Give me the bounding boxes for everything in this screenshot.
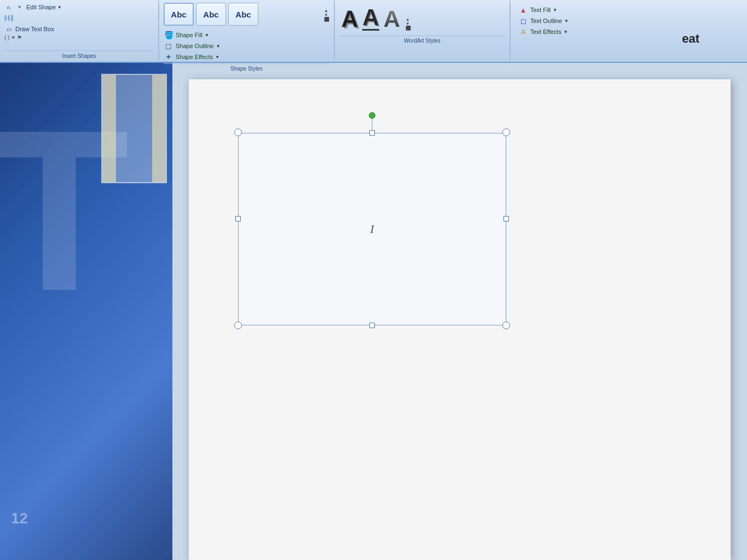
wordart-scroll-buttons: ▲ ▼ ⬛	[406, 18, 411, 31]
edit-shape-icon: ⎌	[4, 3, 13, 11]
abc-buttons-area: Abc Abc Abc ▲ ▼ ⬛	[164, 3, 329, 28]
sidebar-curtain-left	[102, 75, 116, 182]
handle-top-center[interactable]	[369, 130, 375, 136]
abc-label-1: Abc	[171, 10, 186, 19]
draw-text-box-button[interactable]: Draw Text Box	[15, 26, 54, 32]
handle-bottom-left[interactable]	[234, 322, 242, 329]
eat-label: eat	[682, 32, 699, 46]
shape-effects-row: ✦ Shape Effects ▼	[164, 52, 329, 62]
wordart-a3: A	[384, 8, 400, 31]
shape-outline-icon: ◻	[164, 41, 173, 51]
handle-bottom-center[interactable]	[369, 323, 375, 328]
main-canvas[interactable]: I	[172, 63, 747, 560]
text-cursor: I	[370, 222, 374, 236]
abc-label-3: Abc	[235, 10, 251, 19]
shape-fill-row: 🪣 Shape Fill ▼	[164, 30, 329, 40]
extra-icons-row: ( ) ✦ ⚑	[4, 34, 154, 40]
shape-options: 🪣 Shape Fill ▼ ◻ Shape Outline ▼ ✦ Shape…	[164, 30, 329, 62]
shape-fill-arrow: ▼	[205, 33, 209, 38]
shape-body[interactable]: I	[238, 133, 506, 325]
text-fill-icon: ▲	[518, 5, 528, 15]
shape-outline-label: Shape Outline	[176, 43, 214, 49]
shape-effects-arrow: ▼	[215, 55, 219, 60]
rotate-handle[interactable]	[369, 112, 375, 119]
insert-shapes-section: ⎌ ⌖ Edit Shape ▼ ▭ Draw Text Box ( ) ✦ ⚑	[0, 0, 159, 62]
sidebar-window	[101, 74, 167, 183]
shape-fill-label: Shape Fill	[176, 32, 202, 38]
abc-label-2: Abc	[203, 10, 218, 19]
text-fill-arrow: ▼	[553, 8, 557, 13]
text-effects-icon: A	[518, 27, 528, 37]
abc-button-3[interactable]: Abc	[228, 3, 258, 26]
shape-effects-label: Shape Effects	[176, 54, 213, 60]
shape-outline-row: ◻ Shape Outline ▼	[164, 41, 329, 51]
wordart-a1: A	[341, 8, 358, 31]
document-page: I	[189, 79, 731, 560]
shape-outline-arrow: ▼	[216, 44, 221, 49]
text-outline-row: ◻ Text Outline ▼	[518, 16, 739, 26]
edit-shape-button[interactable]: Edit Shape ▼	[26, 4, 62, 10]
wordart-letters-container: A A A ▲ ▼ ⬛	[339, 3, 505, 34]
wordart-scroll-more[interactable]: ⬛	[406, 26, 411, 31]
wordart-a2: A	[362, 6, 379, 31]
text-options-col: ▲ Text Fill ▼ ◻ Text Outline ▼ A Text Ef…	[515, 3, 743, 39]
abc-button-2[interactable]: Abc	[196, 3, 226, 26]
shape-fill-icon: 🪣	[164, 30, 173, 40]
shape-icons-row	[4, 14, 13, 22]
text-outline-icon: ◻	[518, 16, 528, 26]
shape-effects-icon: ✦	[164, 52, 173, 62]
scroll-more-button[interactable]: ⬛	[324, 18, 329, 22]
wordart-styles-label: WordArt Styles	[339, 36, 505, 44]
sidebar-bottom-text: 12	[11, 510, 28, 527]
selected-shape-container[interactable]: I	[238, 112, 506, 325]
handle-middle-left[interactable]	[235, 216, 241, 221]
abc-button-1[interactable]: Abc	[164, 3, 194, 26]
text-effects-label: Text Effects	[530, 28, 561, 35]
draw-text-row	[4, 14, 154, 22]
left-sidebar: T 12	[0, 63, 172, 560]
abc-scroll-buttons: ▲ ▼ ⬛	[324, 9, 329, 22]
draw-text-icon: ▭	[4, 25, 13, 33]
text-fill-row: ▲ Text Fill ▼	[518, 5, 739, 15]
edit-shape-arrow: ▼	[57, 5, 62, 10]
draw-text-box-row: ▭ Draw Text Box	[4, 25, 154, 33]
handle-bottom-right[interactable]	[502, 322, 510, 329]
edit-shape-row: ⎌ ⌖ Edit Shape ▼	[4, 3, 154, 11]
wordart-styles-section: A A A ▲ ▼ ⬛ WordArt Styles	[335, 0, 510, 62]
star-icon: ✦	[11, 34, 15, 40]
insert-shapes-label: Insert Shapes	[4, 50, 154, 59]
text-outline-label: Text Outline	[530, 18, 562, 24]
sidebar-curtain-right	[152, 75, 166, 182]
handle-top-left[interactable]	[234, 129, 242, 136]
shape-styles-section: Abc Abc Abc ▲ ▼ ⬛ 🪣 Shape Fill ▼	[159, 0, 334, 62]
text-effects-arrow: ▼	[564, 30, 568, 34]
flag-icon: ⚑	[17, 34, 22, 40]
edit-shape-label: Edit Shape	[26, 4, 56, 10]
text-fill-label: Text Fill	[530, 7, 551, 13]
handle-top-right[interactable]	[502, 129, 510, 136]
shape-styles-label: Shape Styles	[164, 63, 329, 72]
edit-shape-icon2: ⌖	[15, 3, 24, 11]
abc-buttons-row: Abc Abc Abc	[164, 3, 323, 26]
ribbon-toolbar: ⎌ ⌖ Edit Shape ▼ ▭ Draw Text Box ( ) ✦ ⚑	[0, 0, 747, 63]
text-effects-row: A Text Effects ▼	[518, 27, 739, 37]
bracket-icon: ( )	[4, 34, 9, 40]
handle-middle-right[interactable]	[503, 216, 509, 221]
text-outline-arrow: ▼	[564, 19, 569, 24]
text-styles-section: ▲ Text Fill ▼ ◻ Text Outline ▼ A Text Ef…	[511, 0, 747, 62]
draw-text-box-label: Draw Text Box	[15, 26, 54, 32]
